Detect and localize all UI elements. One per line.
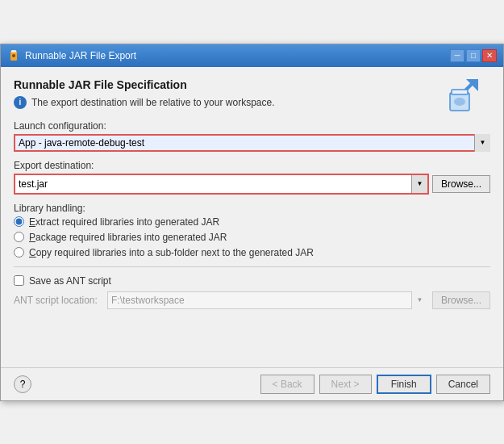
ant-checkbox-row: Save as ANT script: [14, 275, 490, 287]
next-button[interactable]: Next >: [319, 375, 372, 394]
minimize-button[interactable]: ─: [450, 49, 464, 62]
divider: [14, 266, 490, 267]
title-buttons: ─ □ ✕: [450, 49, 497, 62]
export-dest-label: Export destination:: [14, 160, 490, 171]
cancel-button[interactable]: Cancel: [436, 375, 490, 394]
radio-copy[interactable]: Copy required libraries into a sub-folde…: [14, 247, 490, 258]
launch-config-select[interactable]: App - java-remote-debug-test: [14, 134, 490, 152]
section-title: Runnable JAR File Specification: [14, 78, 490, 91]
dialog-content: Runnable JAR File Specification i The ex…: [1, 67, 503, 367]
info-icon: i: [14, 96, 27, 109]
maximize-button[interactable]: □: [466, 49, 481, 62]
info-text: The export destination will be relative …: [31, 97, 274, 108]
footer-left: ?: [14, 375, 31, 393]
help-button[interactable]: ?: [14, 375, 31, 393]
export-dest-group: Export destination: test.jar ▼ Browse...: [14, 160, 490, 195]
radio-extract[interactable]: Extract required libraries into generate…: [14, 216, 490, 228]
ant-location-label: ANT script location:: [14, 295, 102, 306]
spacer-area: [14, 309, 490, 358]
launch-config-wrapper: App - java-remote-debug-test ▼: [14, 134, 490, 152]
main-window: Runnable JAR File Export ─ □ ✕ Runnable …: [0, 44, 504, 401]
jar-wizard-icon: [442, 75, 482, 118]
window-title: Runnable JAR File Export: [25, 50, 136, 61]
export-dest-wrapper: test.jar ▼: [14, 174, 429, 195]
library-handling-radio-group: Extract required libraries into generate…: [14, 216, 490, 258]
library-handling-section: Library handling: Extract required libra…: [14, 203, 490, 258]
ant-input-wrapper: ▼: [107, 291, 427, 309]
ant-checkbox[interactable]: [14, 275, 24, 286]
radio-copy-label: Copy required libraries into a sub-folde…: [29, 247, 314, 258]
back-button[interactable]: < Back: [260, 375, 314, 394]
radio-extract-label: Extract required libraries into generate…: [29, 216, 219, 228]
svg-point-6: [454, 98, 465, 106]
radio-package[interactable]: Package required libraries into generate…: [14, 232, 490, 243]
ant-browse-button[interactable]: Browse...: [432, 291, 490, 309]
close-button[interactable]: ✕: [482, 49, 497, 62]
ant-checkbox-label: Save as ANT script: [29, 275, 111, 287]
radio-copy-input[interactable]: [14, 247, 24, 258]
title-bar-left: Runnable JAR File Export: [7, 49, 136, 62]
dialog-footer: ? < Back Next > Finish Cancel: [1, 367, 503, 400]
footer-right: < Back Next > Finish Cancel: [260, 375, 490, 394]
library-handling-label: Library handling:: [14, 203, 490, 214]
radio-package-label: Package required libraries into generate…: [29, 232, 227, 243]
window-icon: [7, 49, 20, 62]
ant-location-input[interactable]: [107, 291, 427, 309]
export-dest-row: test.jar ▼ Browse...: [14, 174, 490, 195]
launch-config-label: Launch configuration:: [14, 120, 490, 132]
svg-rect-1: [11, 50, 16, 52]
radio-extract-input[interactable]: [14, 216, 24, 227]
ant-location-row: ANT script location: ▼ Browse...: [14, 291, 490, 309]
launch-config-group: Launch configuration: App - java-remote-…: [14, 120, 490, 152]
svg-rect-5: [452, 90, 468, 94]
content-relative: Runnable JAR File Specification i The ex…: [14, 78, 490, 358]
finish-button[interactable]: Finish: [377, 375, 431, 394]
radio-package-input[interactable]: [14, 232, 24, 242]
svg-point-2: [12, 54, 15, 57]
export-dest-browse-button[interactable]: Browse...: [432, 175, 490, 193]
info-row: i The export destination will be relativ…: [14, 96, 490, 109]
title-bar: Runnable JAR File Export ─ □ ✕: [1, 44, 503, 67]
export-dest-select[interactable]: test.jar: [15, 175, 427, 193]
